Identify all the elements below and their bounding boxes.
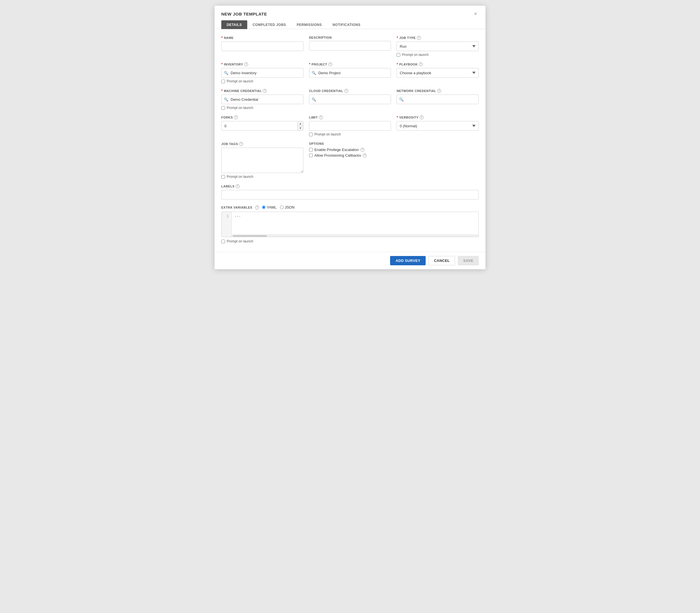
- forks-spinner: ▲ ▼: [298, 121, 303, 130]
- job-type-group: * JOB TYPE ? RunCheck Prompt on launch: [397, 36, 479, 57]
- machine-credential-search-wrap: 🔍: [221, 94, 303, 104]
- name-group: * NAME: [221, 36, 303, 57]
- machine-credential-group: * MACHINE CREDENTIAL ? 🔍 Prompt on launc…: [221, 89, 303, 110]
- machine-credential-label: * MACHINE CREDENTIAL ?: [221, 89, 303, 93]
- verbosity-help-icon[interactable]: ?: [420, 115, 424, 119]
- code-line-numbers: 1: [222, 212, 232, 237]
- enable-privilege-escalation-item: Enable Privilege Escalation ?: [309, 147, 391, 152]
- allow-provisioning-callbacks-label: Allow Provisioning Callbacks: [314, 153, 361, 157]
- job-tags-help-icon[interactable]: ?: [239, 142, 243, 146]
- verbosity-select[interactable]: 0 (Normal)1 (Verbose)2 (More Verbose)3 (…: [397, 121, 479, 131]
- tab-permissions[interactable]: PERMISSIONS: [291, 20, 327, 29]
- cloud-credential-label: CLOUD CREDENTIAL ?: [309, 89, 391, 93]
- modal-title: NEW JOB TEMPLATE: [221, 12, 267, 16]
- inventory-help-icon[interactable]: ?: [244, 62, 248, 66]
- extra-variables-prompt-group: Prompt on launch: [221, 239, 479, 243]
- verbosity-required: *: [397, 115, 398, 119]
- job-tags-input[interactable]: [221, 147, 303, 173]
- job-tags-label: JOB TAGS ?: [221, 142, 303, 146]
- labels-input[interactable]: [221, 190, 479, 199]
- forks-help-icon[interactable]: ?: [234, 115, 238, 119]
- labels-label: LABELS ?: [221, 184, 479, 188]
- description-input[interactable]: [309, 41, 391, 51]
- name-label: * NAME: [221, 36, 303, 40]
- limit-prompt-group: Prompt on launch: [309, 132, 391, 136]
- job-type-label: * JOB TYPE ?: [397, 36, 479, 40]
- machine-credential-prompt-checkbox[interactable]: [221, 106, 225, 110]
- tab-details[interactable]: DETAILS: [221, 20, 247, 29]
- yaml-radio[interactable]: [262, 206, 265, 209]
- labels-help-icon[interactable]: ?: [236, 184, 239, 188]
- cloud-credential-group: CLOUD CREDENTIAL ? 🔍: [309, 89, 391, 110]
- limit-help-icon[interactable]: ?: [319, 115, 323, 119]
- project-search-wrap: 🔍: [309, 68, 391, 78]
- network-credential-group: NETWORK CREDENTIAL ? 🔍: [397, 89, 479, 110]
- network-credential-help-icon[interactable]: ?: [437, 89, 441, 93]
- project-help-icon[interactable]: ?: [328, 62, 332, 66]
- json-radio[interactable]: [280, 206, 284, 209]
- job-type-prompt-checkbox[interactable]: [397, 53, 400, 57]
- project-label: * PROJECT ?: [309, 62, 391, 66]
- json-radio-item[interactable]: JSON: [280, 205, 295, 209]
- tab-notifications[interactable]: NOTIFICATIONS: [327, 20, 366, 29]
- labels-section: LABELS ?: [221, 184, 479, 199]
- cancel-button[interactable]: CANCEL: [428, 256, 455, 265]
- job-tags-prompt-checkbox[interactable]: [221, 175, 225, 179]
- playbook-select[interactable]: Choose a playbook: [397, 68, 479, 78]
- yaml-radio-item[interactable]: YAML: [262, 205, 276, 209]
- options-label: OPTIONS: [309, 142, 391, 145]
- cloud-credential-search-wrap: 🔍: [309, 94, 391, 104]
- empty-col: [397, 142, 479, 179]
- forks-group: FORKS ? ▲ ▼: [221, 115, 303, 136]
- playbook-help-icon[interactable]: ?: [419, 62, 423, 66]
- extra-variables-header: EXTRA VARIABLES ? YAML JSON: [221, 205, 479, 209]
- close-button[interactable]: ×: [472, 11, 479, 17]
- row-tags-options: JOB TAGS ? Prompt on launch OPTIONS Enab…: [221, 142, 479, 179]
- playbook-label: * PLAYBOOK ?: [397, 62, 479, 66]
- cloud-credential-help-icon[interactable]: ?: [344, 89, 348, 93]
- enable-privilege-escalation-help-icon[interactable]: ?: [361, 148, 364, 152]
- extra-variables-help-icon[interactable]: ?: [255, 206, 259, 209]
- tabs-container: DETAILS COMPLETED JOBS PERMISSIONS NOTIF…: [215, 17, 485, 29]
- new-job-template-modal: NEW JOB TEMPLATE × DETAILS COMPLETED JOB…: [215, 6, 485, 269]
- tab-completed-jobs[interactable]: COMPLETED JOBS: [247, 20, 291, 29]
- forks-decrement-button[interactable]: ▼: [298, 126, 303, 131]
- job-type-prompt-group: Prompt on launch: [397, 53, 479, 57]
- machine-credential-input[interactable]: [231, 97, 303, 102]
- forks-input-wrap: ▲ ▼: [221, 121, 303, 131]
- name-input[interactable]: [221, 41, 303, 51]
- project-required: *: [309, 62, 311, 66]
- allow-provisioning-callbacks-help-icon[interactable]: ?: [363, 154, 367, 157]
- limit-input[interactable]: [309, 121, 391, 131]
- job-type-help-icon[interactable]: ?: [417, 36, 421, 40]
- row-forks-limit-verbosity: FORKS ? ▲ ▼ LIMIT ?: [221, 115, 479, 136]
- extra-variables-section: EXTRA VARIABLES ? YAML JSON 1: [221, 205, 479, 243]
- limit-group: LIMIT ? Prompt on launch: [309, 115, 391, 136]
- cloud-credential-input[interactable]: [319, 97, 391, 102]
- project-group: * PROJECT ? 🔍: [309, 62, 391, 83]
- extra-variables-prompt-checkbox[interactable]: [221, 239, 225, 243]
- add-survey-button[interactable]: ADD SURVEY: [390, 256, 426, 265]
- machine-credential-search-icon: 🔍: [222, 97, 231, 102]
- project-input[interactable]: [319, 71, 391, 75]
- limit-label: LIMIT ?: [309, 115, 391, 119]
- limit-prompt-checkbox[interactable]: [309, 133, 313, 136]
- playbook-group: * PLAYBOOK ? Choose a playbook: [397, 62, 479, 83]
- inventory-input[interactable]: [231, 71, 303, 75]
- extra-variables-scrollbar[interactable]: [232, 235, 478, 237]
- save-button[interactable]: SAVE: [458, 256, 479, 265]
- job-type-select[interactable]: RunCheck: [397, 41, 479, 51]
- forks-increment-button[interactable]: ▲: [298, 121, 303, 126]
- row-credentials: * MACHINE CREDENTIAL ? 🔍 Prompt on launc…: [221, 89, 479, 110]
- cloud-credential-search-icon: 🔍: [309, 97, 319, 102]
- extra-variables-content[interactable]: ---: [232, 212, 478, 235]
- network-credential-label: NETWORK CREDENTIAL ?: [397, 89, 479, 93]
- network-credential-input[interactable]: [406, 97, 478, 102]
- name-required: *: [221, 36, 223, 40]
- allow-provisioning-callbacks-checkbox[interactable]: [309, 154, 313, 157]
- inventory-prompt-checkbox[interactable]: [221, 80, 225, 83]
- enable-privilege-escalation-checkbox[interactable]: [309, 148, 313, 152]
- forks-label: FORKS ?: [221, 115, 303, 119]
- machine-credential-help-icon[interactable]: ?: [263, 89, 267, 93]
- forks-input[interactable]: [221, 121, 303, 131]
